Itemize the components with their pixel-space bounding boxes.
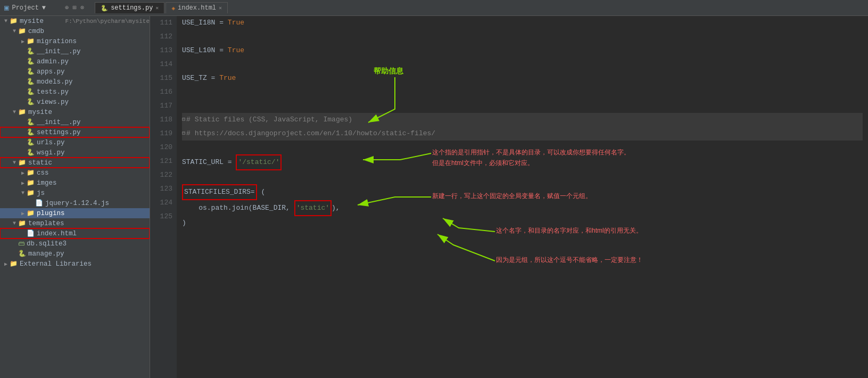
code-token: USE_I18N =	[182, 16, 228, 30]
py-icon-admin: 🐍	[27, 57, 35, 65]
sidebar-item-tests-py[interactable]: 🐍 tests.py	[0, 87, 150, 97]
arrow-css	[19, 170, 27, 176]
sidebar-item-js[interactable]: 📁 js	[0, 188, 150, 198]
fold-icon-118[interactable]: ⊟	[182, 113, 185, 127]
sidebar-label-static: static	[28, 159, 150, 167]
code-close-paren: )	[182, 216, 186, 230]
code-token-true: True	[228, 16, 244, 30]
arrow-static	[11, 160, 18, 166]
sidebar-item-wsgi-py[interactable]: 🐍 wsgi.py	[0, 147, 150, 158]
sidebar-label-urls: urls.py	[37, 139, 150, 146]
sidebar-item-index-html[interactable]: 📄 index.html	[0, 228, 150, 239]
sidebar-item-cmdb[interactable]: 📁 cmdb	[0, 26, 150, 36]
sidebar-item-db-sqlite3[interactable]: 🗃 db.sqlite3	[0, 239, 150, 249]
folder-icon-external-libs: 📁	[10, 260, 18, 268]
code-token-l10n: USE_L10N =	[182, 44, 228, 57]
html-icon-index: 📄	[27, 229, 35, 237]
code-line-113: USE_L10N = True	[182, 44, 863, 57]
sidebar-item-apps-py[interactable]: 🐍 apps.py	[0, 67, 150, 77]
code-static-str-val: 'static'	[296, 204, 329, 212]
sidebar-label-views: views.py	[37, 98, 150, 106]
sidebar-item-css[interactable]: 📁 css	[0, 168, 150, 178]
sidebar-item-jquery[interactable]: 📄 jquery-1.12.4.js	[0, 198, 150, 208]
code-line-111: USE_I18N = True	[182, 16, 863, 30]
py-file-icon: 🐍	[101, 5, 108, 12]
arrow-cmdb	[11, 28, 18, 34]
sidebar-label-init-mysite: __init__.py	[37, 119, 150, 126]
sidebar-label-jquery: jquery-1.12.4.js	[45, 200, 150, 207]
title-bar-project: ▣ Project ▼ ⊕ ⊞ ⊗	[4, 3, 84, 12]
tab-settings-label: settings.py	[111, 4, 153, 12]
py-icon-init-cmdb: 🐍	[27, 47, 35, 55]
toolbar-icons: ⊕ ⊞ ⊗	[65, 4, 84, 12]
arrow-migrations	[19, 38, 27, 45]
tab-close-settings[interactable]: ✕	[155, 5, 159, 11]
sidebar-item-admin-py[interactable]: 🐍 admin.py	[0, 56, 150, 67]
sidebar-item-urls-py[interactable]: 🐍 urls.py	[0, 137, 150, 147]
sidebar-item-settings-py[interactable]: 🐍 settings.py	[0, 127, 150, 137]
line-num-112: 112	[154, 30, 172, 44]
sidebar-label-external-libs: External Libraries	[20, 260, 150, 268]
tab-close-index[interactable]: ✕	[219, 5, 222, 11]
sidebar-label-mysite-pkg: mysite	[28, 109, 150, 116]
sidebar-item-init-mysite[interactable]: 🐍 __init__.py	[0, 117, 150, 127]
code-content[interactable]: USE_I18N = True USE_L10N = True USE_TZ =…	[177, 16, 868, 378]
py-icon-urls: 🐍	[27, 138, 35, 146]
folder-icon-plugins: 📁	[27, 209, 35, 217]
folder-icon-js: 📁	[27, 189, 35, 197]
folder-icon-static: 📁	[18, 159, 26, 167]
sidebar-label-migrations: migrations	[37, 38, 150, 45]
code-line-116	[182, 85, 863, 99]
line-num-113: 113	[154, 44, 172, 57]
sidebar-item-models-py[interactable]: 🐍 models.py	[0, 77, 150, 87]
code-comment-118: # Static files (CSS, JavaScript, Images)	[186, 113, 352, 127]
code-line-119: ⊟ # https://docs.djangoproject.com/en/1.…	[182, 127, 863, 141]
py-icon-settings: 🐍	[27, 128, 35, 136]
sidebar-label-index-html: index.html	[37, 230, 150, 237]
editor-tabs: 🐍 settings.py ✕ ◈ index.html ✕	[95, 2, 228, 13]
code-staticfiles-token: STATICFILES_DIRS=	[184, 188, 255, 196]
code-static-url-str: '/static/'	[238, 158, 279, 166]
line-num-125: 125	[154, 210, 172, 224]
line-num-122: 122	[154, 168, 172, 182]
js-icon-jquery: 📄	[35, 199, 43, 207]
project-label: Project	[12, 4, 38, 12]
code-paren-open: (	[257, 185, 266, 199]
code-line-121: STATIC_URL = '/static/'	[182, 154, 863, 170]
sidebar-label-models: models.py	[37, 78, 150, 86]
dropdown-arrow[interactable]: ▼	[42, 4, 46, 12]
line-numbers: 111 112 113 114 115 116 117 118 119 120 …	[150, 16, 177, 378]
py-icon-init-mysite: 🐍	[27, 118, 35, 126]
py-icon-manage: 🐍	[18, 250, 26, 258]
sidebar-item-mysite-pkg[interactable]: 📁 mysite	[0, 107, 150, 117]
sidebar-item-plugins[interactable]: 📁 plugins	[0, 208, 150, 218]
sidebar-item-templates[interactable]: 📁 templates	[0, 218, 150, 228]
code-static-str: 'static'	[294, 200, 332, 216]
code-token-tz: USE_TZ =	[182, 71, 219, 85]
line-num-111: 111	[154, 16, 172, 30]
sidebar-item-static[interactable]: 📁 static	[0, 158, 150, 168]
tab-index-html[interactable]: ◈ index.html ✕	[166, 2, 228, 13]
tab-settings-py[interactable]: 🐍 settings.py ✕	[95, 2, 164, 13]
sidebar-label-templates: templates	[28, 220, 150, 227]
code-line-123: STATICFILES_DIRS= (	[182, 184, 863, 200]
code-line-117	[182, 99, 863, 113]
sidebar-label-js: js	[37, 190, 150, 197]
arrow-plugins	[19, 210, 27, 217]
sidebar-item-views-py[interactable]: 🐍 views.py	[0, 97, 150, 107]
arrow-templates	[11, 220, 18, 226]
fold-icon-119[interactable]: ⊟	[182, 127, 185, 141]
arrow-js	[19, 190, 27, 196]
sidebar-label-imges: imges	[37, 179, 150, 187]
sidebar-item-init-cmdb[interactable]: 🐍 __init__.py	[0, 46, 150, 56]
sidebar-item-mysite-root[interactable]: 📁 mysite F:\Python\pycharm\mysite	[0, 16, 150, 26]
py-icon-apps: 🐍	[27, 68, 35, 76]
tab-index-label: index.html	[178, 4, 216, 12]
sidebar-item-migrations[interactable]: 📁 migrations	[0, 36, 150, 46]
line-num-116: 116	[154, 85, 172, 99]
sidebar-item-imges[interactable]: 📁 imges	[0, 178, 150, 188]
sidebar-item-external-libs[interactable]: 📁 External Libraries	[0, 259, 150, 269]
code-line-114	[182, 57, 863, 71]
sidebar-item-manage-py[interactable]: 🐍 manage.py	[0, 249, 150, 259]
code-ospathend: ),	[332, 201, 340, 215]
